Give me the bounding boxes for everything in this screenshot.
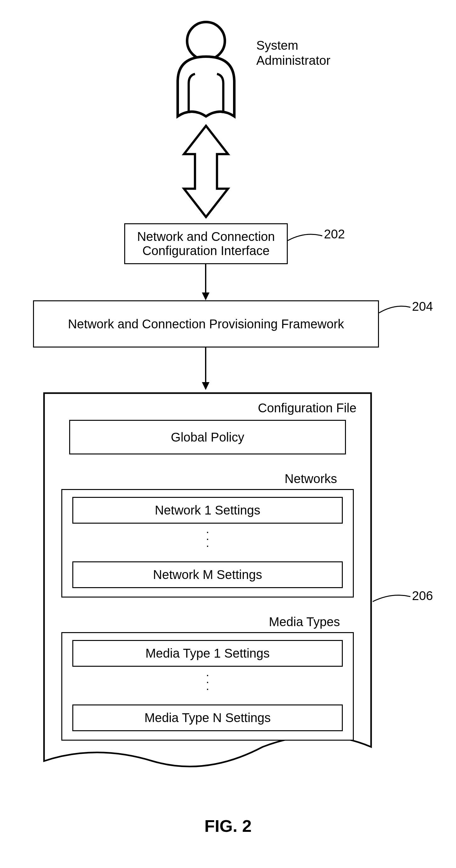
- svg-marker-2: [202, 292, 209, 300]
- interface-box: Network and Connection Configuration Int…: [124, 223, 288, 264]
- network-first-box: Network 1 Settings: [72, 497, 343, 524]
- global-policy-box: Global Policy: [69, 420, 346, 455]
- svg-point-0: [187, 22, 225, 60]
- ellipsis: ···: [61, 528, 354, 549]
- figure-label: FIG. 2: [0, 816, 456, 836]
- actor-label: System Administrator: [256, 38, 331, 68]
- diagram: System Administrator Network and Connect…: [0, 0, 456, 868]
- svg-marker-4: [202, 382, 209, 390]
- ref-202: 202: [324, 226, 345, 242]
- leader-line: [288, 231, 322, 244]
- networks-title: Networks: [284, 472, 337, 486]
- ref-204: 204: [412, 299, 433, 314]
- user-icon: [167, 19, 245, 120]
- framework-box: Network and Connection Provisioning Fram…: [33, 300, 379, 347]
- ref-206: 206: [412, 588, 433, 603]
- arrow-down-icon: [202, 347, 209, 390]
- arrow-down-icon: [202, 264, 209, 300]
- leader-line: [379, 304, 411, 316]
- media-last-box: Media Type N Settings: [72, 705, 343, 731]
- bidirectional-arrow-icon: [181, 124, 231, 219]
- leader-line: [373, 592, 411, 606]
- ellipsis: ···: [61, 672, 354, 692]
- media-types-title: Media Types: [269, 615, 340, 629]
- media-first-box: Media Type 1 Settings: [72, 640, 343, 667]
- network-last-box: Network M Settings: [72, 561, 343, 588]
- config-file-title: Configuration File: [258, 401, 357, 415]
